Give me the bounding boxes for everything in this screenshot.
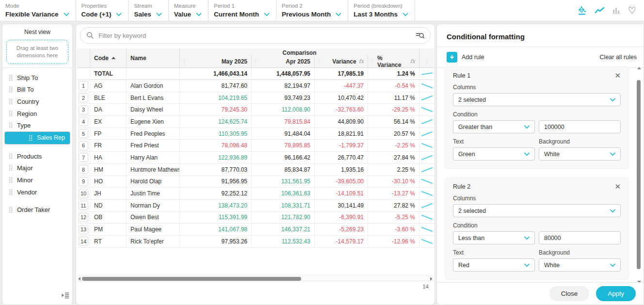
- row-number-cell: 6: [77, 140, 90, 151]
- column-header-pct-variance[interactable]: ⋮ % Variance fx: [368, 55, 419, 68]
- table-row[interactable]: 3 DA Daisy Wheel 79,245.30112,008.90-32,…: [77, 104, 434, 116]
- name-cell: Norman Dy: [127, 200, 180, 211]
- condition-select[interactable]: Less than: [453, 231, 535, 244]
- vertical-scroll-thumb[interactable]: [637, 80, 641, 269]
- table-row[interactable]: 8 HM Huntmore Mathews 87,770.0385,834.87…: [77, 164, 434, 176]
- horizontal-scrollbar[interactable]: [77, 275, 434, 281]
- table-row[interactable]: 9 HO Harold Olap 91,956.95131,561.95-39,…: [77, 176, 434, 188]
- value-cell: 18,821.91: [315, 128, 368, 140]
- background-color-select[interactable]: White: [539, 258, 621, 272]
- sparkline-column-header[interactable]: ⋮: [419, 48, 434, 68]
- panel-vertical-scrollbar[interactable]: [636, 67, 642, 283]
- condition-value: Less than: [458, 235, 484, 241]
- code-cell: JH: [90, 188, 127, 199]
- toolbar-dropdown-measure[interactable]: Measure Value: [169, 0, 209, 21]
- sidebar-item-ship-to[interactable]: Ship To: [4, 72, 70, 84]
- sidebar-item-type[interactable]: Type: [4, 119, 70, 131]
- fx-formula-icon[interactable]: fx: [359, 58, 364, 64]
- column-drag-handle-icon[interactable]: ⋮: [253, 59, 258, 64]
- table-row[interactable]: 6 FR Fred Priest 78,096.4879,895.85-1,79…: [77, 140, 434, 152]
- column-drag-handle-icon[interactable]: ⋮: [424, 60, 430, 64]
- column-header-apr-2025[interactable]: ⋮ Apr 2025: [252, 55, 315, 68]
- dimension-group: Order Taker: [2, 204, 72, 216]
- toolbar-dropdown-period-1[interactable]: Period 1 Current Month: [209, 0, 276, 21]
- value-cell: 108,331.71: [252, 200, 315, 211]
- columns-value: 2 selected: [458, 96, 486, 103]
- columns-select[interactable]: 2 selected: [453, 204, 621, 217]
- background-color-select[interactable]: White: [539, 147, 621, 161]
- dimension-dropzone[interactable]: Drag at least two dimensions here: [6, 40, 68, 64]
- scroll-right-arrow-icon[interactable]: [430, 277, 433, 281]
- sidebar-item-vendor[interactable]: Vendor: [4, 186, 70, 198]
- table-row[interactable]: 4 EX Eugene Xien 124,625.7479,815.8444,8…: [77, 116, 434, 128]
- format-paint-icon[interactable]: [577, 5, 587, 16]
- table-row[interactable]: 13 PM Paul Magee 141,067.98146,337.21-5,…: [77, 224, 434, 236]
- sparkline: [420, 236, 434, 247]
- close-button[interactable]: Close: [549, 286, 590, 301]
- sparkline-cell: [419, 80, 434, 92]
- table-row[interactable]: 2 BLE Bert L Evans 104,219.6593,749.2310…: [77, 92, 434, 104]
- column-drag-handle-icon[interactable]: ⋮: [181, 59, 187, 64]
- sidebar-item-order-taker[interactable]: Order Taker: [4, 204, 70, 216]
- columns-select[interactable]: 2 selected: [453, 93, 621, 106]
- fx-formula-icon[interactable]: fx: [410, 58, 415, 64]
- value-cell: 104,219.65: [180, 92, 252, 104]
- sidebar-item-sales-rep[interactable]: Sales Rep: [4, 131, 70, 144]
- sidebar-item-country[interactable]: Country: [4, 96, 70, 108]
- clear-all-rules-button[interactable]: Clear all rules: [600, 54, 637, 61]
- toolbar-dropdown-properties[interactable]: Properties Code (+1): [76, 0, 129, 21]
- text-color-select[interactable]: Green: [453, 147, 535, 161]
- condition-value-input[interactable]: [539, 231, 621, 244]
- code-cell: HO: [90, 176, 127, 188]
- collapse-sidebar-icon[interactable]: [62, 292, 69, 299]
- table-row[interactable]: 11 ND Norman Dy 138,473.20108,331.7130,1…: [77, 200, 434, 212]
- sparkline-cell: [419, 212, 434, 224]
- add-rule-label[interactable]: Add rule: [462, 54, 484, 61]
- remove-rule-icon[interactable]: ✕: [614, 183, 621, 190]
- horizontal-scroll-thumb[interactable]: [82, 277, 301, 281]
- toolbar-dropdown-period-2[interactable]: Period 2 Previous Month: [276, 0, 348, 21]
- columns-value: 2 selected: [458, 208, 486, 214]
- favorite-heart-icon[interactable]: ♡: [628, 6, 636, 15]
- sparkline: [420, 92, 434, 104]
- scroll-up-arrow-icon[interactable]: [637, 67, 641, 69]
- column-header-variance[interactable]: ⋮ Variance fx: [315, 55, 368, 68]
- toolbar-dropdown-period-breakdown[interactable]: Period (breakdown) Last 3 Months: [348, 0, 415, 21]
- data-grid: Code Name Comparison ⋮ May 2025 ⋮ Apr 20…: [77, 48, 434, 248]
- column-header-may-2025[interactable]: ⋮ May 2025: [180, 55, 252, 68]
- column-drag-handle-icon[interactable]: ⋮: [370, 59, 375, 64]
- scroll-left-arrow-icon[interactable]: [78, 277, 80, 281]
- value-cell: 1,935.16: [315, 164, 368, 176]
- sidebar-item-products[interactable]: Products: [4, 150, 70, 162]
- sidebar-item-region[interactable]: Region: [4, 108, 70, 120]
- table-row[interactable]: 14 RT Rick To'epfer 97,953.26112,532.43-…: [77, 236, 434, 248]
- table-row[interactable]: 1 AG Alan Gordon 81,747.6082,194.97-447.…: [77, 80, 434, 92]
- text-color-select[interactable]: Red: [453, 258, 535, 272]
- sidebar-item-major[interactable]: Major: [4, 162, 70, 175]
- sparkline: [420, 128, 434, 140]
- toolbar-dropdown-mode[interactable]: Mode Flexible Variance: [0, 0, 76, 21]
- table-row[interactable]: 12 OB Owen Best 115,391.99121,782.90-6,3…: [77, 212, 434, 224]
- advanced-search-icon[interactable]: [416, 32, 424, 39]
- row-number-cell: 1: [77, 80, 90, 92]
- table-row[interactable]: 5 FP Fred Peoples 110,305.9591,484.0418,…: [77, 128, 434, 140]
- row-number-cell: 14: [77, 236, 90, 247]
- remove-rule-icon[interactable]: ✕: [614, 72, 621, 79]
- sidebar-item-minor[interactable]: Minor: [4, 174, 70, 186]
- apply-button[interactable]: Apply: [596, 286, 636, 301]
- condition-value-input[interactable]: [539, 120, 621, 133]
- total-row[interactable]: TOTAL 1,466,043.141,448,057.9517,985.191…: [77, 68, 434, 80]
- row-number-cell: 12: [77, 212, 90, 224]
- table-row[interactable]: 10 JH Justin Time 92,252.12106,361.63-14…: [77, 188, 434, 200]
- add-rule-button[interactable]: +: [447, 52, 457, 63]
- sidebar-item-bill-to[interactable]: Bill To: [4, 84, 70, 96]
- bar-chart-icon[interactable]: [612, 7, 620, 14]
- condition-select[interactable]: Greater than: [453, 120, 535, 133]
- column-drag-handle-icon[interactable]: ⋮: [316, 59, 322, 64]
- toolbar-dropdown-stream[interactable]: Stream Sales: [129, 0, 168, 21]
- column-header-code[interactable]: Code: [90, 48, 127, 68]
- line-chart-icon[interactable]: [595, 7, 605, 14]
- filter-input[interactable]: [98, 32, 416, 39]
- column-header-name[interactable]: Name: [127, 48, 180, 68]
- table-row[interactable]: 7 HA Harry Alan 122,936.8996,166.4226,77…: [77, 152, 434, 164]
